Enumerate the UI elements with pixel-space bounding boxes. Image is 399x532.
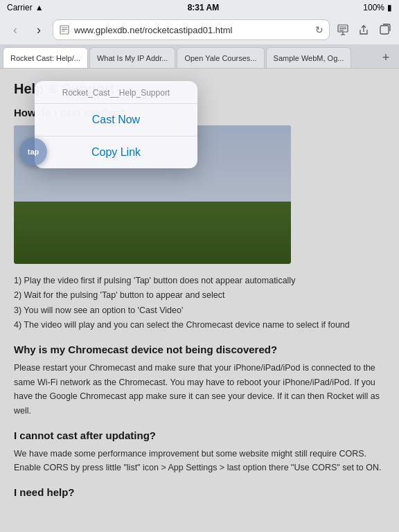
wifi-icon: ▲	[35, 3, 44, 12]
back-button[interactable]: ‹	[6, 20, 25, 39]
bookmarks-button[interactable]	[334, 21, 352, 39]
tab-2[interactable]: Open Yale Courses...	[177, 47, 264, 68]
carrier-label: Carrier	[7, 3, 33, 12]
nav-bar: ‹ › www.gplexdb.net/rocketcastipad01.htm…	[0, 15, 399, 44]
refresh-icon[interactable]: ↻	[315, 24, 323, 35]
status-right: 100% ▮	[363, 3, 392, 12]
browser-chrome: ‹ › www.gplexdb.net/rocketcastipad01.htm…	[0, 15, 399, 69]
status-bar: Carrier ▲ 8:31 AM 100% ▮	[0, 0, 399, 15]
tap-indicator[interactable]: tap	[19, 138, 47, 166]
tabs-button[interactable]	[375, 21, 393, 39]
copy-link-button[interactable]: Copy Link	[35, 136, 197, 168]
forward-button[interactable]: ›	[29, 20, 48, 39]
url-text: www.gplexdb.net/rocketcastipad01.html	[74, 25, 311, 35]
url-bar[interactable]: www.gplexdb.net/rocketcastipad01.html ↻	[53, 19, 330, 40]
time-display: 8:31 AM	[188, 3, 220, 12]
dropdown-menu: Rocket_Cast__Help_Support Cast Now Copy …	[35, 81, 197, 168]
nav-actions	[334, 21, 393, 39]
tab-1[interactable]: What Is My IP Addr...	[89, 47, 176, 68]
tab-3[interactable]: Sample WebM, Og...	[266, 47, 352, 68]
battery-icon: ▮	[387, 3, 392, 12]
dropdown-header: Rocket_Cast__Help_Support	[35, 81, 197, 104]
svg-rect-11	[380, 26, 389, 34]
status-left: Carrier ▲	[7, 3, 44, 12]
cast-now-button[interactable]: Cast Now	[35, 104, 197, 136]
tab-0[interactable]: Rocket Cast: Help/...	[3, 47, 88, 68]
page-icon	[59, 24, 70, 35]
new-tab-button[interactable]: +	[375, 47, 396, 68]
share-button[interactable]	[355, 21, 373, 39]
tabs-bar: Rocket Cast: Help/... What Is My IP Addr…	[0, 44, 399, 68]
content-area: Help & Support How do I cast a video? 1)…	[0, 69, 399, 532]
battery-label: 100%	[363, 3, 384, 12]
